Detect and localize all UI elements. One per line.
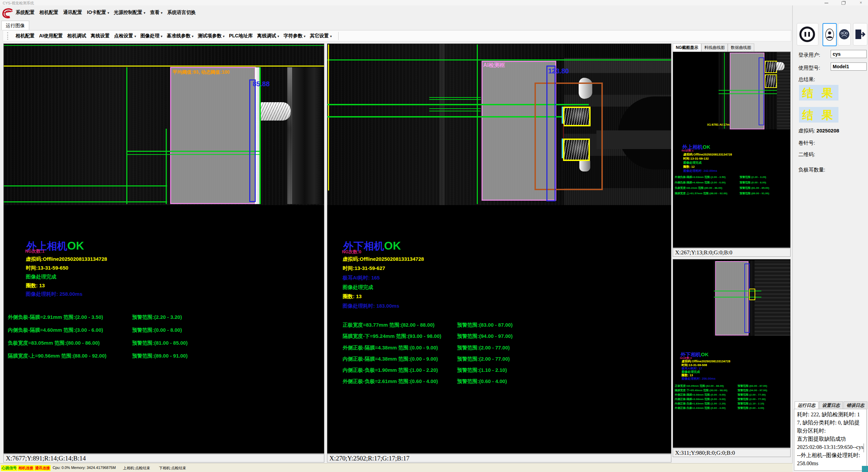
meas-text: 内侧正极-负极=1.83mm 范围:(1.00 - 2.20) (675, 402, 726, 405)
measure-rect (546, 66, 556, 201)
tab-ng-capture[interactable]: NG截图显示 (673, 43, 701, 52)
users-button[interactable] (838, 23, 851, 46)
tool-offline-debug[interactable]: 离线调试▾ (257, 33, 279, 39)
toolbar: 相机配置 AI使用配置 相机调试 离线设置 点检设置▾ 图像处理▾ 基准线参数▾… (3, 30, 791, 41)
menu-item-language[interactable]: 系统语言切换 (167, 10, 196, 16)
tool-plc-address[interactable]: PLC地址库 (229, 33, 253, 39)
tool-camera-debug[interactable]: 相机调试 (67, 33, 86, 39)
tab-data-curve[interactable]: 数据曲线图 (728, 43, 754, 52)
title-bar: CYS-视觉检测系统 × (0, 0, 868, 5)
meas-text: 外侧正极-负极=2.61mm 范围:(0.60 - 4.00) (343, 379, 438, 384)
lower-mini-coords: X:311;Y:980;R:0;G:0;B:0 (673, 449, 791, 457)
meas-warn: 预警范围:(2.00 - 77.00) (738, 394, 766, 396)
tool-other-settings[interactable]: 其它设置▾ (310, 33, 332, 39)
resize-grip[interactable] (862, 466, 868, 472)
model-field[interactable]: Model1 (831, 62, 867, 71)
tool-char-params[interactable]: 字符参数▾ (284, 33, 306, 39)
tool-baseline-params[interactable]: 基准线参数▾ (167, 33, 194, 39)
field-label: 虚拟码: (798, 128, 815, 133)
result-ok: OK (67, 239, 84, 252)
menu-item-camera-config[interactable]: 相机配置 (39, 10, 58, 16)
virtual-code: 虚拟码:Offline20250208133134728 (343, 256, 424, 262)
menu-item-view[interactable]: 查看▾ (150, 10, 163, 16)
meas-warn: 预警范围:(2.00 - 77.00) (457, 356, 510, 362)
user-button[interactable] (822, 23, 837, 46)
virtual-code-field: 虚拟码: 20250208 (798, 128, 839, 134)
process-done: 图像处理完成 (343, 285, 373, 290)
ng-capture-view-upper[interactable]: X1:6781 AI:17m 外上相机OK NG次数:1 虚拟码:Offline… (673, 52, 791, 248)
green-line (126, 154, 260, 155)
tool-ai-config[interactable]: AI使用配置 (39, 33, 63, 39)
tool-test-params[interactable]: 测试项参数▾ (198, 33, 225, 39)
meas-warn: 预警范围:(0.00 - 8.00) (132, 327, 182, 333)
tab-setting-log[interactable]: 设置日志 (819, 401, 843, 409)
film-region (170, 67, 256, 204)
chevron-down-icon: ▾ (161, 11, 163, 15)
sidebar: 登录用户: cys 使用型号: Model1 总结果: 结 果 结 果 虚拟码:… (792, 5, 868, 472)
green-vline (724, 53, 725, 129)
meas-text: 隔膜宽度-上=91.57mm 范围:(88.00 - 92.00) (675, 192, 727, 195)
login-user-field[interactable]: cys (831, 50, 867, 58)
tab-detect-box (563, 107, 591, 126)
meas-text: 外侧正极-隔膜=4.38mm 范围:(0.00 - 9.00) (343, 345, 438, 350)
menu-item-comm-config[interactable]: 通讯配置 (63, 10, 82, 16)
menu-item-system-config[interactable]: 系统配置 (16, 10, 35, 16)
tool-label: 离线调试 (257, 33, 276, 38)
toolbar-separator (338, 32, 339, 40)
green-line (429, 111, 481, 111)
meas-warn: 预警范围:(81.00 - 85.00) (132, 340, 187, 346)
pause-bar (808, 32, 810, 37)
side-view-tabs: NG截图显示 料线曲线图 数据曲线图 (673, 43, 791, 52)
tool-label: 字符参数 (284, 33, 303, 38)
upper-camera-check-status: 上相机:点检结束 (123, 466, 150, 471)
close-icon[interactable]: × (855, 0, 867, 5)
cyan-edge (562, 139, 563, 158)
tool-check-setting[interactable]: 点检设置▾ (114, 33, 136, 39)
minimize-icon[interactable] (820, 0, 832, 5)
ai-cost: 极耳AI耗时: 165 (343, 275, 380, 280)
menu-item-light-config[interactable]: 光源控制配置▾ (114, 10, 145, 16)
tab-error-log[interactable]: 错误日志 (844, 401, 867, 409)
meas-warn: 预警范围:(1.10 - 2.10) (738, 402, 764, 405)
toolbar-grip[interactable] (7, 32, 9, 40)
run-log-text[interactable]: 耗时: 222, 缺陷检测耗时: 17, 缺陷分类耗时: 0, 缺陷提取分区耗时… (794, 409, 867, 471)
qrcode-field: 二维码: (798, 151, 815, 158)
camera-status: 相机连接 (18, 465, 34, 471)
tab-run-image[interactable]: 运行图像 (1, 21, 29, 30)
chevron-down-icon: ▾ (277, 35, 279, 38)
left-camera-view[interactable]: 平均阈值:93, 动态阈值:100 85.88 外上相机OK NG次数:1 虚拟… (3, 43, 324, 454)
tool-image-process[interactable]: 图像处理▾ (141, 33, 163, 39)
meas-text: 内侧负极-隔膜=4.48mm 范围:(3.00 - 6.00) (675, 181, 726, 184)
green-vline (477, 44, 478, 204)
tab-strip: 运行图像 (0, 20, 792, 30)
tab-line-curve[interactable]: 料线曲线图 (701, 43, 728, 52)
process-cost: 图像处理耗时: 256.00ms (682, 377, 716, 380)
app-logo-icon (1, 7, 14, 19)
login-user-label: 登录用户: (798, 52, 820, 58)
menu-item-io-config[interactable]: IO卡配置▾ (87, 10, 109, 16)
logout-button[interactable] (853, 23, 867, 46)
status-bar: 心跳信号 相机连接 通讯连接 Cpu: 0.0% Memory: 3424.41… (0, 463, 793, 472)
meas-text: 隔膜宽度-下=95.40mm 范围:(93.00 - 98.00) (675, 389, 727, 392)
app-window: CYS-视觉检测系统 × 系统配置 相机配置 通讯配置 IO卡配置▾ 光源控制配… (0, 0, 868, 472)
pause-button[interactable] (797, 23, 818, 46)
result-badge-lower: 结 果 (799, 107, 838, 123)
process-cost: 图像处理耗时: 258.00ms (26, 291, 83, 297)
tab-detect-box (749, 289, 755, 300)
meas-text: 负极宽度=83.05mm 范围:(80.00 - 86.00) (8, 340, 100, 346)
ng-capture-view-lower[interactable]: 外下相机OK NG次数:0 虚拟码:Offline202502081331347… (673, 259, 791, 448)
meas-text: 外侧负极-隔膜=3.03mm 范围:(2.00 - 3.50) (675, 176, 726, 179)
field-label: 二维码: (798, 151, 815, 157)
total-result-label: 总结果: (798, 76, 815, 83)
meas-text: 外侧负极-隔膜=2.91mm 范围:(2.00 - 3.50) (8, 314, 103, 320)
maximize-icon[interactable] (837, 0, 849, 5)
meas-warn: 预警范围:(81.00 - 85.00) (740, 187, 769, 189)
tab-run-log[interactable]: 运行日志 (795, 401, 818, 409)
right-camera-view[interactable]: AI检测框 123.80 外下相机OK NG次数:0 虚拟码:Offline20… (327, 43, 671, 454)
meas-warn: 预警范围:(0.60 - 4.00) (457, 379, 507, 384)
meas-text: 正极宽度=84.05mm 范围:(82.00 - 88.00) (675, 385, 724, 387)
tool-camera-config[interactable]: 相机配置 (16, 33, 35, 39)
tool-offline-setting[interactable]: 离线设置 (91, 33, 110, 39)
chevron-down-icon: ▾ (304, 35, 306, 38)
machinery (292, 67, 324, 204)
